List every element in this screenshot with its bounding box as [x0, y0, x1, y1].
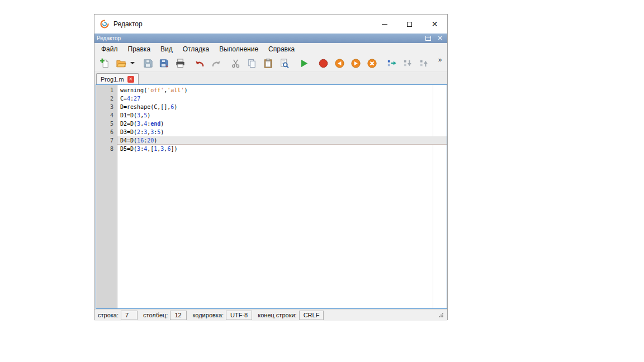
toggle-breakpoint-icon — [318, 58, 329, 69]
undo-icon — [195, 58, 205, 69]
line-number[interactable]: 5 — [96, 120, 117, 128]
copy-icon — [247, 58, 257, 69]
tab-close-button[interactable]: × — [127, 76, 134, 83]
step-out-button[interactable] — [416, 56, 431, 70]
dock-title: Редактор — [97, 35, 121, 41]
menu-run[interactable]: Выполнение — [214, 44, 263, 54]
statusbar: строка: 7 столбец: 12 кодировка: UTF-8 к… — [94, 309, 447, 321]
new-script-icon — [100, 58, 110, 69]
minimize-icon — [382, 24, 387, 25]
close-button[interactable]: ✕ — [422, 15, 447, 34]
resize-grip-icon — [438, 312, 444, 318]
step-icon — [386, 58, 397, 69]
desktop: Редактор ✕ Редактор ✕ Файл Правка Вид От… — [0, 0, 644, 362]
menu-debug[interactable]: Отладка — [178, 44, 214, 54]
step-in-icon — [402, 58, 413, 69]
print-icon — [175, 58, 186, 69]
code-line-text[interactable]: C=4:27 — [117, 94, 447, 103]
maximize-button[interactable] — [397, 15, 422, 34]
toolbar: » — [94, 55, 447, 72]
next-breakpoint-button[interactable] — [348, 56, 363, 70]
run-button[interactable] — [296, 56, 311, 70]
previous-breakpoint-icon — [334, 58, 345, 69]
minimize-button[interactable] — [372, 15, 397, 34]
window-titlebar[interactable]: Редактор ✕ — [94, 15, 447, 34]
menu-help[interactable]: Справка — [263, 44, 300, 54]
save-as-button[interactable] — [157, 56, 171, 70]
code-area[interactable]: 1warning('off','all')2C=4:273D=reshape(C… — [96, 85, 447, 308]
copy-button[interactable] — [244, 56, 259, 70]
code-line-text[interactable]: D2=D(3,4:end) — [117, 120, 447, 128]
code-line[interactable]: 4D1=D(3,5) — [96, 111, 447, 120]
close-icon: ✕ — [432, 20, 438, 28]
code-line-text[interactable]: D=reshape(C,[],6) — [117, 103, 447, 111]
undo-button[interactable] — [192, 56, 207, 70]
window-title: Редактор — [113, 20, 143, 28]
print-button[interactable] — [173, 56, 187, 70]
open-file-button[interactable] — [113, 56, 128, 70]
encoding-value: UTF-8 — [226, 311, 252, 320]
menu-view[interactable]: Вид — [155, 44, 178, 54]
code-line-text[interactable]: D4=D(16:20) — [117, 136, 447, 145]
dock-close-icon: ✕ — [437, 35, 442, 41]
column-label: столбец: — [143, 312, 168, 318]
save-as-icon — [159, 58, 169, 69]
new-script-button[interactable] — [97, 56, 112, 70]
step-in-button[interactable] — [400, 56, 415, 70]
line-number[interactable]: 1 — [96, 86, 117, 94]
undock-button[interactable] — [424, 35, 432, 42]
code-line-text[interactable]: D3=D(2:3,3:5) — [117, 128, 447, 136]
code-line[interactable]: 8D5=D(3:4,[1,3,6]) — [96, 145, 447, 153]
editor-window: Редактор ✕ Редактор ✕ Файл Правка Вид От… — [94, 14, 448, 320]
line-number[interactable]: 4 — [96, 111, 117, 120]
column-value: 12 — [170, 311, 187, 320]
menu-edit[interactable]: Правка — [123, 44, 156, 54]
code-line-text[interactable]: D5=D(3:4,[1,3,6]) — [117, 145, 447, 153]
cut-icon — [230, 58, 241, 69]
octave-logo-icon — [100, 20, 109, 28]
open-file-icon — [116, 58, 126, 69]
eol-value: CRLF — [299, 311, 324, 320]
dock-close-button[interactable]: ✕ — [436, 35, 444, 42]
line-number[interactable]: 2 — [96, 94, 117, 103]
code-line[interactable]: 5D2=D(3,4:end) — [96, 120, 447, 128]
redo-icon — [211, 58, 221, 69]
previous-breakpoint-button[interactable] — [332, 56, 347, 70]
step-button[interactable] — [384, 56, 399, 70]
code-line[interactable]: 3D=reshape(C,[],6) — [96, 103, 447, 111]
undock-icon — [425, 36, 431, 41]
cut-button[interactable] — [228, 56, 243, 70]
open-file-dropdown-button[interactable] — [130, 56, 135, 70]
code-editor[interactable]: 1warning('off','all')2C=4:273D=reshape(C… — [96, 84, 447, 309]
line-number[interactable]: 7 — [96, 136, 117, 145]
redo-button[interactable] — [209, 56, 223, 70]
run-icon — [299, 58, 309, 69]
line-number[interactable]: 3 — [96, 103, 117, 111]
eol-label: конец строки: — [258, 312, 296, 318]
step-out-icon — [419, 58, 429, 69]
menubar: Файл Правка Вид Отладка Выполнение Справ… — [94, 43, 447, 55]
line-label: строка: — [98, 312, 119, 318]
code-line[interactable]: 1warning('off','all') — [96, 86, 447, 94]
toggle-breakpoint-button[interactable] — [316, 56, 330, 70]
toolbar-overflow-button[interactable]: » — [435, 55, 444, 64]
dock-titlebar[interactable]: Редактор ✕ — [94, 34, 447, 43]
find-button[interactable] — [277, 56, 291, 70]
tab-prog1[interactable]: Prog1.m × — [96, 73, 139, 84]
line-number[interactable]: 6 — [96, 128, 117, 136]
next-breakpoint-icon — [351, 58, 361, 69]
line-number[interactable]: 8 — [96, 145, 117, 153]
menu-file[interactable]: Файл — [96, 44, 123, 54]
code-line[interactable]: 7D4=D(16:20) — [96, 136, 447, 145]
code-line-text[interactable]: D1=D(3,5) — [117, 111, 447, 120]
code-line[interactable]: 2C=4:27 — [96, 94, 447, 103]
paste-button[interactable] — [261, 56, 275, 70]
paste-icon — [263, 58, 273, 69]
encoding-label: кодировка: — [192, 312, 224, 318]
resize-grip[interactable] — [438, 312, 444, 318]
code-line[interactable]: 6D3=D(2:3,3:5) — [96, 128, 447, 136]
tab-label: Prog1.m — [101, 76, 124, 83]
save-button[interactable] — [140, 56, 155, 70]
code-line-text[interactable]: warning('off','all') — [117, 86, 447, 94]
remove-breakpoints-button[interactable] — [364, 56, 379, 70]
